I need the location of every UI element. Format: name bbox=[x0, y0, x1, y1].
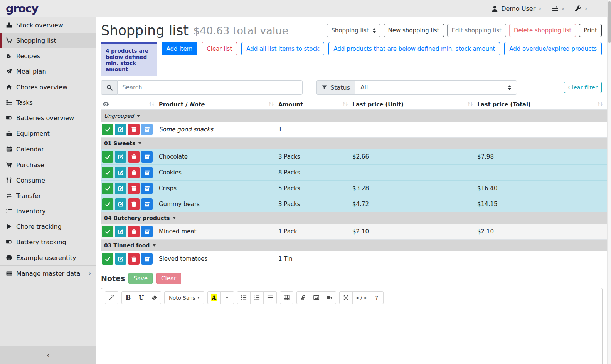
scrollbar-thumb[interactable] bbox=[608, 1, 611, 43]
paragraph-button[interactable] bbox=[263, 291, 277, 304]
sort-icon[interactable]: ↑↓ bbox=[342, 102, 348, 107]
app-logo[interactable]: grocy bbox=[6, 2, 38, 15]
font-family-select[interactable]: Noto Sans bbox=[164, 291, 204, 304]
group-row-butchery[interactable]: 04 Butchery products bbox=[101, 212, 607, 224]
delete-shopping-list-button[interactable]: Delete shopping list bbox=[509, 24, 576, 37]
edit-button[interactable] bbox=[115, 167, 126, 178]
edit-button[interactable] bbox=[115, 124, 126, 135]
ordered-list-button[interactable] bbox=[250, 291, 264, 304]
edit-button[interactable] bbox=[115, 226, 126, 237]
add-to-stock-button[interactable] bbox=[141, 226, 153, 237]
sort-icon[interactable]: ↑↓ bbox=[467, 102, 473, 107]
sidebar-item-batteries-overview[interactable]: Batteries overview bbox=[0, 110, 96, 126]
sort-icon[interactable]: ↑↓ bbox=[149, 102, 154, 107]
clear-list-button[interactable]: Clear list bbox=[202, 42, 237, 55]
group-row-sweets[interactable]: 01 Sweets bbox=[101, 138, 607, 149]
delete-button[interactable] bbox=[128, 198, 140, 210]
mark-done-button[interactable] bbox=[102, 253, 113, 265]
sidebar-item-manage-master-data[interactable]: Manage master data › bbox=[0, 266, 96, 281]
mark-done-button[interactable] bbox=[102, 226, 113, 237]
insert-link-button[interactable] bbox=[296, 291, 310, 304]
sidebar-item-recipes[interactable]: Recipes bbox=[0, 48, 96, 64]
last-price-total-column-header[interactable]: Last price (Total) ↑↓ bbox=[477, 101, 607, 107]
notes-clear-button[interactable]: Clear bbox=[156, 273, 181, 284]
sidebar-item-example-userentity[interactable]: Example userentity bbox=[0, 250, 96, 265]
sidebar-item-shopping-list[interactable]: Shopping list bbox=[0, 33, 96, 48]
add-to-stock-button[interactable] bbox=[141, 183, 153, 194]
add-to-stock-button[interactable] bbox=[141, 198, 153, 210]
unordered-list-button[interactable] bbox=[237, 291, 251, 304]
add-to-stock-button[interactable] bbox=[141, 167, 153, 178]
sort-icon[interactable]: ↑↓ bbox=[268, 102, 274, 107]
edit-button[interactable] bbox=[115, 198, 126, 210]
product-column-header[interactable]: Product / Note ↑↓ bbox=[159, 101, 278, 107]
insert-video-button[interactable] bbox=[323, 291, 336, 304]
table-row: Cookies 8 Packs bbox=[101, 165, 607, 181]
insert-picture-button[interactable] bbox=[310, 291, 323, 304]
text-color-button[interactable]: A bbox=[207, 291, 221, 304]
text-color-dropdown-button[interactable] bbox=[220, 291, 234, 304]
add-to-stock-button[interactable] bbox=[141, 151, 153, 163]
delete-button[interactable] bbox=[128, 167, 140, 178]
add-to-stock-button[interactable] bbox=[141, 253, 153, 265]
min-stock-alert[interactable]: 4 products are below defined min. stock … bbox=[101, 42, 157, 76]
sidebar-item-calendar[interactable]: Calendar bbox=[0, 141, 96, 157]
mark-done-button[interactable] bbox=[102, 183, 113, 194]
sort-icon[interactable]: ↑↓ bbox=[597, 102, 603, 107]
bold-button[interactable]: B bbox=[121, 291, 135, 304]
delete-button[interactable] bbox=[128, 183, 140, 194]
group-row-ungrouped[interactable]: Ungrouped bbox=[101, 110, 607, 122]
print-button[interactable]: Print bbox=[579, 24, 602, 37]
admin-menu[interactable]: › bbox=[575, 5, 587, 12]
sidebar-item-chores-overview[interactable]: Chores overview bbox=[0, 79, 96, 95]
add-to-stock-button[interactable] bbox=[141, 124, 153, 135]
notes-edit-area[interactable] bbox=[101, 307, 602, 364]
add-all-to-stock-button[interactable]: Add all list items to stock bbox=[241, 42, 324, 55]
insert-table-button[interactable] bbox=[280, 291, 293, 304]
notes-save-button[interactable]: Save bbox=[128, 273, 153, 284]
delete-button[interactable] bbox=[128, 151, 140, 163]
sidebar-item-meal-plan[interactable]: Meal plan bbox=[0, 64, 96, 79]
clear-filter-button[interactable]: Clear filter bbox=[564, 82, 602, 93]
add-item-button[interactable]: Add item bbox=[162, 42, 198, 55]
help-button[interactable]: ? bbox=[370, 291, 384, 304]
new-shopping-list-button[interactable]: New shopping list bbox=[384, 24, 444, 37]
delete-button[interactable] bbox=[128, 226, 140, 237]
sidebar-item-battery-tracking[interactable]: Battery tracking bbox=[0, 234, 96, 250]
fullscreen-button[interactable] bbox=[339, 291, 353, 304]
sidebar-item-consume[interactable]: Consume bbox=[0, 173, 96, 188]
sidebar-item-purchase[interactable]: Purchase bbox=[0, 157, 96, 173]
edit-button[interactable] bbox=[115, 151, 126, 163]
clear-format-button[interactable] bbox=[148, 291, 161, 304]
add-overdue-button[interactable]: Add overdue/expired products bbox=[504, 42, 602, 55]
page-scrollbar[interactable] bbox=[607, 0, 611, 364]
mark-done-button[interactable] bbox=[102, 151, 113, 163]
shopping-list-select[interactable]: Shopping list bbox=[327, 24, 380, 37]
delete-button[interactable] bbox=[128, 253, 140, 265]
sidebar-item-equipment[interactable]: Equipment bbox=[0, 126, 96, 141]
delete-button[interactable] bbox=[128, 124, 140, 135]
edit-button[interactable] bbox=[115, 253, 126, 265]
sidebar-item-chore-tracking[interactable]: Chore tracking bbox=[0, 219, 96, 234]
underline-button[interactable]: U bbox=[135, 291, 148, 304]
sidebar-item-transfer[interactable]: Transfer bbox=[0, 188, 96, 203]
group-row-tinned-food[interactable]: 03 Tinned food bbox=[101, 240, 607, 251]
add-below-min-stock-button[interactable]: Add products that are below defined min.… bbox=[328, 42, 500, 55]
sidebar-item-stock-overview[interactable]: Stock overview bbox=[0, 17, 96, 33]
sidebar-collapse-button[interactable]: ‹ bbox=[0, 346, 96, 364]
edit-shopping-list-button[interactable]: Edit shopping list bbox=[447, 24, 506, 37]
mark-done-button[interactable] bbox=[102, 124, 113, 135]
magic-style-button[interactable] bbox=[105, 291, 118, 304]
sidebar-item-inventory[interactable]: Inventory bbox=[0, 203, 96, 219]
code-view-button[interactable]: </> bbox=[352, 291, 370, 304]
status-select[interactable]: All bbox=[355, 80, 517, 95]
settings-menu[interactable]: › bbox=[552, 5, 564, 12]
search-input[interactable] bbox=[117, 80, 303, 95]
mark-done-button[interactable] bbox=[102, 167, 113, 178]
user-menu[interactable]: Demo User › bbox=[491, 5, 541, 12]
amount-column-header[interactable]: Amount ↑↓ bbox=[278, 101, 352, 107]
edit-button[interactable] bbox=[115, 183, 126, 194]
sidebar-item-tasks[interactable]: Tasks bbox=[0, 95, 96, 110]
mark-done-button[interactable] bbox=[102, 198, 113, 210]
last-price-unit-column-header[interactable]: Last price (Unit) ↑↓ bbox=[352, 101, 477, 107]
